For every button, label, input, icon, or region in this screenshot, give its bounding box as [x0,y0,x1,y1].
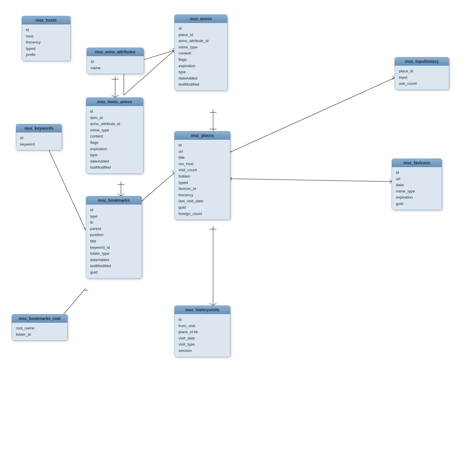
table-header-moz-places: moz_places [175,131,230,140]
svg-line-23 [210,303,213,305]
svg-line-31 [390,182,392,184]
svg-line-9 [172,50,174,52]
svg-line-29 [229,179,392,182]
table-body-moz-places: id url title rev_host visit_count hidden… [175,140,230,220]
table-moz-favicons: moz_favicons id url data mime_type expir… [392,159,442,210]
table-moz-places: moz_places id url title rev_host visit_c… [174,131,230,220]
table-moz-historyvisits: moz_historyvisits id from_visit place_id… [174,305,230,357]
table-moz-bookmarks-root: moz_bookmarks_root root_name folder_id [12,314,68,341]
table-moz-bookmarks: moz_bookmarks id type fk parent position… [86,196,142,279]
table-header-moz-inputhistory: moz_inputhistory [395,57,449,66]
table-body-moz-keywords: id keyword [16,133,62,150]
table-header-moz-bookmarks-root: moz_bookmarks_root [12,314,67,323]
table-header-moz-keywords: moz_keywords [16,124,62,133]
table-body-moz-favicons: id url data mime_type expiration guid [392,167,442,210]
table-moz-items-annos: moz_items_annos id item_id anno_attribut… [86,97,143,174]
svg-line-24 [213,303,217,305]
svg-line-8 [172,48,174,50]
table-header-moz-hosts: moz_hosts [22,16,70,24]
table-body-moz-hosts: id host frecency typed prefix [22,24,70,61]
svg-line-30 [390,180,392,182]
table-moz-anno-attributes: moz_anno_attributes id name [86,48,144,74]
table-body-moz-anno-attributes: id name [87,56,144,74]
svg-line-16 [121,194,124,196]
svg-line-33 [46,144,86,231]
table-header-moz-bookmarks: moz_bookmarks [86,196,142,205]
svg-line-25 [229,78,395,153]
table-moz-inputhistory: moz_inputhistory place_id input use_coun… [395,57,449,90]
table-body-moz-items-annos: id item_id anno_attribute_id mime_type c… [86,106,143,173]
table-header-moz-annos: moz_annos [175,15,227,23]
svg-line-27 [392,78,395,80]
table-body-moz-bookmarks-root: root_name folder_id [12,323,67,340]
table-body-moz-historyvisits: id from_visit place_id kk visit_date vis… [175,314,230,357]
svg-line-5 [115,95,119,97]
svg-line-6 [141,50,174,61]
svg-line-15 [117,194,121,196]
table-moz-annos: moz_annos id place_id anno_attribute_id … [174,14,227,91]
table-header-moz-favicons: moz_favicons [392,159,442,167]
table-body-moz-annos: id place_id anno_attribute_id mime_type … [175,23,227,90]
table-header-moz-anno-attributes: moz_anno_attributes [87,48,144,56]
svg-line-18 [172,171,174,173]
table-moz-keywords: moz_keywords id keyword [16,124,62,150]
table-body-moz-inputhistory: place_id input use_count [395,66,449,90]
svg-line-26 [392,76,395,78]
table-header-moz-historyvisits: moz_historyvisits [175,306,230,314]
svg-line-4 [112,95,115,97]
table-moz-hosts: moz_hosts id host frecency typed prefix [22,16,71,61]
table-body-moz-bookmarks: id type fk parent position title keyword… [86,205,142,278]
svg-line-19 [172,173,174,175]
table-header-moz-items-annos: moz_items_annos [86,98,143,106]
svg-line-17 [141,173,174,202]
